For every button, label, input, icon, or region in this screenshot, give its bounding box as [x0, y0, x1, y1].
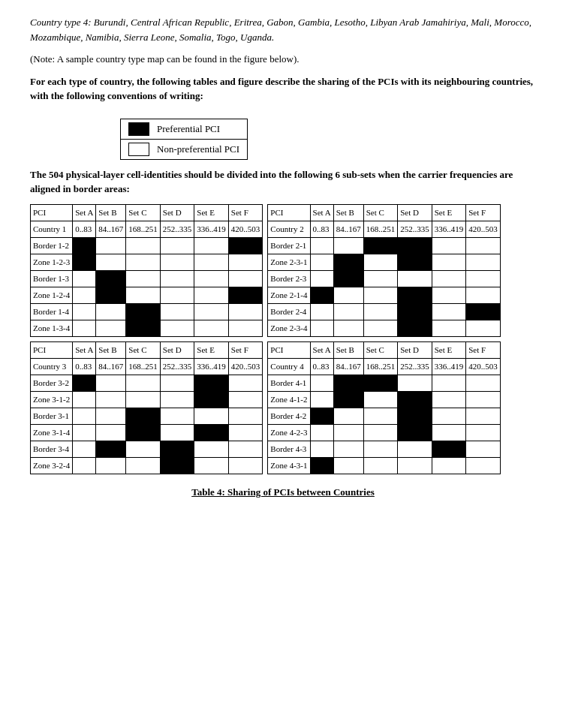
setf-header: Set F — [466, 204, 501, 221]
table1-header: PCI Set A Set B Set C Set D Set E Set F — [31, 204, 263, 221]
seta-header: Set A — [310, 204, 333, 221]
cell — [466, 441, 501, 457]
table-row: Zone 2-3-1 — [268, 254, 500, 270]
table4: PCI Set A Set B Set C Set D Set E Set F … — [267, 341, 500, 474]
description-text: For each type of country, the following … — [30, 74, 536, 104]
range-d: 252..335 — [398, 221, 432, 237]
cell — [398, 441, 432, 457]
cell — [310, 254, 333, 270]
table3-header: PCI Set A Set B Set C Set D Set E Set F — [31, 341, 263, 358]
country4-label: Country 4 — [268, 358, 310, 375]
table-row: Border 4-2 — [268, 408, 500, 424]
cell — [333, 287, 363, 303]
cell — [432, 375, 466, 391]
table-row: Border 4-1 — [268, 375, 500, 391]
cell — [432, 424, 466, 441]
table-row: Border 2-4 — [268, 303, 500, 320]
range-c: 168..251 — [126, 221, 161, 237]
cell — [432, 237, 466, 254]
range-a: 0..83 — [73, 358, 96, 375]
cell — [126, 303, 161, 320]
cell — [466, 424, 501, 441]
country1-label: Country 1 — [31, 221, 73, 237]
cell — [228, 441, 263, 457]
cell — [363, 441, 398, 457]
cell — [194, 303, 229, 320]
cell — [194, 391, 229, 408]
cell — [96, 408, 126, 424]
cell — [96, 254, 126, 270]
cell — [466, 375, 501, 391]
cell — [363, 254, 398, 270]
cell — [466, 457, 501, 474]
setc-header: Set C — [126, 341, 161, 358]
legend-preferential: Preferential PCI — [121, 119, 247, 140]
table-row: Border 1-2 — [31, 237, 263, 254]
cell — [194, 254, 229, 270]
range-e: 336..419 — [194, 221, 229, 237]
row-label: Zone 2-3-4 — [268, 320, 310, 336]
cell — [398, 270, 432, 287]
cell — [310, 303, 333, 320]
row-label: Zone 1-2-4 — [31, 287, 73, 303]
cell — [363, 375, 398, 391]
setf-header: Set F — [228, 341, 263, 358]
cell — [398, 320, 432, 336]
cell — [228, 237, 263, 254]
cell — [466, 391, 501, 408]
sete-header: Set E — [194, 341, 229, 358]
cell — [194, 424, 229, 441]
range-a: 0..83 — [310, 221, 333, 237]
table-row: Zone 3-2-4 — [31, 457, 263, 474]
setd-header: Set D — [398, 204, 432, 221]
cell — [96, 391, 126, 408]
cell — [228, 375, 263, 391]
table-row: Zone 2-3-4 — [268, 320, 500, 336]
cell — [96, 375, 126, 391]
setd-header: Set D — [160, 204, 194, 221]
row-label: Zone 4-1-2 — [268, 391, 310, 408]
cell — [160, 424, 194, 441]
legend: Preferential PCI Non-preferential PCI — [120, 119, 248, 160]
cell — [333, 457, 363, 474]
cell — [96, 424, 126, 441]
cell — [432, 320, 466, 336]
sete-header: Set E — [432, 204, 466, 221]
cell — [160, 320, 194, 336]
cell — [73, 303, 96, 320]
cell — [96, 237, 126, 254]
cell — [398, 287, 432, 303]
row-label: Border 4-1 — [268, 375, 310, 391]
range-e: 336..419 — [194, 358, 229, 375]
table2: PCI Set A Set B Set C Set D Set E Set F … — [267, 204, 500, 337]
cell — [126, 287, 161, 303]
range-f: 420..503 — [228, 358, 263, 375]
top-tables-row: PCI Set A Set B Set C Set D Set E Set F … — [30, 204, 536, 337]
range-c: 168..251 — [363, 358, 398, 375]
cell — [73, 408, 96, 424]
cell — [194, 270, 229, 287]
tables-section: PCI Set A Set B Set C Set D Set E Set F … — [30, 204, 536, 474]
table-row: Zone 4-2-3 — [268, 424, 500, 441]
table-row: Zone 3-1-2 — [31, 391, 263, 408]
cell — [228, 270, 263, 287]
cell — [194, 408, 229, 424]
table-row: Border 3-1 — [31, 408, 263, 424]
cell — [432, 303, 466, 320]
cell — [310, 237, 333, 254]
cell — [160, 303, 194, 320]
row-label: Zone 4-3-1 — [268, 457, 310, 474]
cell — [160, 287, 194, 303]
cell — [310, 391, 333, 408]
country-type4-text: Country type 4: Burundi, Central African… — [30, 15, 536, 44]
row-label: Border 3-1 — [31, 408, 73, 424]
cell — [194, 441, 229, 457]
row-label: Border 3-4 — [31, 441, 73, 457]
range-d: 252..335 — [160, 221, 194, 237]
setc-header: Set C — [363, 204, 398, 221]
cell — [310, 320, 333, 336]
cell — [228, 303, 263, 320]
cell — [432, 270, 466, 287]
range-b: 84..167 — [333, 221, 363, 237]
setb-header: Set B — [333, 341, 363, 358]
